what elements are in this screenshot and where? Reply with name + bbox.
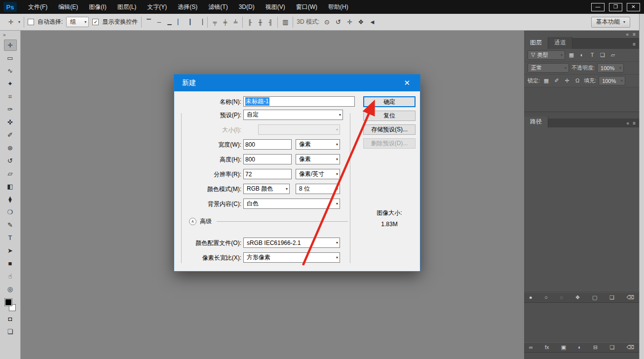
distribute-center-icon[interactable]: ╫ — [257, 19, 264, 25]
align-bottom-icon[interactable]: ▁ — [166, 19, 173, 25]
gradient-tool[interactable]: ◧ — [4, 181, 17, 192]
background-dropdown[interactable]: 白色 ▾ — [243, 199, 340, 209]
selection-from-path-icon[interactable]: ◌ — [560, 295, 563, 300]
filter-pixel-icon[interactable]: ▦ — [568, 52, 575, 58]
screen-mode-button[interactable]: ❏ — [4, 326, 17, 337]
blur-tool[interactable]: ⧫ — [4, 194, 17, 205]
rectangular-marquee-tool[interactable]: ▭ — [4, 52, 17, 64]
dock-menu-icon[interactable]: ≡ — [633, 32, 636, 37]
minimize-button[interactable]: — — [591, 3, 605, 11]
eraser-tool[interactable]: ▱ — [4, 168, 17, 179]
new-layer-icon[interactable]: ❏ — [609, 345, 614, 350]
distribute-right-icon[interactable]: ╢ — [267, 19, 274, 25]
tab-paths[interactable]: 路径 — [524, 117, 548, 127]
distribute-middle-icon[interactable]: ╪ — [222, 19, 228, 25]
mask-from-path-icon[interactable]: ▢ — [592, 295, 597, 300]
align-top-icon[interactable]: ▔ — [145, 19, 152, 25]
auto-select-dropdown[interactable]: 组 ▾ — [66, 17, 89, 27]
stroke-path-icon[interactable]: ○ — [544, 295, 548, 300]
menu-3d[interactable]: 3D(D) — [233, 0, 260, 14]
close-button[interactable]: ✕ — [627, 3, 640, 11]
layer-filter-dropdown[interactable]: ▽类型 ▾ — [528, 50, 565, 60]
color-mode-dropdown[interactable]: RGB 颜色 ▾ — [243, 184, 290, 194]
hand-tool[interactable]: ☝ — [4, 271, 17, 282]
blend-mode-dropdown[interactable]: 正常 ▾ — [528, 63, 569, 73]
3d-scale-icon[interactable]: ◄ — [368, 18, 376, 26]
menu-layer[interactable]: 图层(L) — [112, 0, 142, 14]
path-selection-tool[interactable]: ➤ — [4, 245, 17, 256]
quick-selection-tool[interactable]: ✦ — [4, 78, 17, 89]
filter-type-icon[interactable]: T — [588, 52, 596, 58]
lock-transparent-icon[interactable]: ▦ — [542, 78, 550, 83]
adjustment-layer-icon[interactable]: ◐ — [578, 345, 581, 350]
resolution-unit-dropdown[interactable]: 像素/英寸 ▾ — [296, 169, 340, 179]
eyedropper-tool[interactable]: ✑ — [4, 104, 17, 115]
workspace-switcher-button[interactable]: 基本功能 ▾ — [591, 17, 630, 28]
distribute-left-icon[interactable]: ╟ — [246, 19, 253, 25]
pixel-aspect-dropdown[interactable]: 方形像素 ▾ — [243, 252, 340, 263]
pen-tool[interactable]: ✎ — [4, 219, 17, 231]
foreground-color-swatch[interactable] — [5, 299, 12, 306]
maximize-button[interactable]: ❐ — [609, 3, 622, 11]
reset-button[interactable]: 复位 — [363, 111, 416, 121]
type-tool[interactable]: T — [4, 232, 17, 243]
bit-depth-dropdown[interactable]: 8 位 ▾ — [296, 184, 340, 194]
move-tool-preview-icon[interactable]: ✛ — [7, 18, 15, 26]
lock-position-icon[interactable]: ✛ — [563, 78, 571, 83]
opacity-dropdown[interactable]: 100% ▾ — [597, 63, 624, 73]
crop-tool[interactable]: ⌗ — [4, 91, 17, 102]
menu-image[interactable]: 图像(I) — [83, 0, 112, 14]
dialog-close-icon[interactable]: ✕ — [402, 79, 412, 87]
chevron-down-icon[interactable]: ▾ — [18, 20, 20, 24]
menu-view[interactable]: 视图(V) — [260, 0, 291, 14]
align-left-icon[interactable]: ▏ — [176, 19, 183, 25]
new-path-icon[interactable]: ❏ — [609, 295, 614, 300]
menu-edit[interactable]: 编辑(E) — [53, 0, 83, 14]
menu-file[interactable]: 文件(F) — [23, 0, 53, 14]
layer-style-icon[interactable]: fx — [545, 345, 549, 350]
width-input[interactable]: 800 — [243, 139, 292, 150]
distribute-bottom-icon[interactable]: ╧ — [232, 19, 239, 25]
3d-slide-icon[interactable]: ❖ — [357, 18, 365, 26]
lock-pixels-icon[interactable]: ✐ — [553, 78, 561, 83]
history-brush-tool[interactable]: ↺ — [4, 155, 17, 166]
clone-stamp-tool[interactable]: ⊛ — [4, 142, 17, 154]
collapse-tools-icon[interactable]: » — [0, 31, 20, 38]
save-preset-button[interactable]: 存储预设(S)... — [363, 124, 416, 135]
layer-group-icon[interactable]: ⊟ — [593, 345, 598, 350]
align-middle-icon[interactable]: ─ — [155, 19, 162, 25]
layer-mask-icon[interactable]: ▣ — [561, 345, 566, 350]
filter-shape-icon[interactable]: ❏ — [599, 52, 606, 58]
lock-all-icon[interactable]: Ω — [573, 78, 581, 83]
menu-window[interactable]: 窗口(W) — [291, 0, 323, 14]
3d-drag-icon[interactable]: ✛ — [345, 18, 353, 26]
panel-menu-icon[interactable]: ≡ — [633, 120, 636, 126]
align-right-icon[interactable]: ▕ — [197, 19, 204, 25]
auto-select-checkbox[interactable] — [28, 19, 34, 25]
fill-dropdown[interactable]: 100% ▾ — [599, 76, 625, 85]
height-unit-dropdown[interactable]: 像素 ▾ — [296, 154, 340, 164]
zoom-tool[interactable]: ◎ — [4, 283, 17, 295]
link-layers-icon[interactable]: ∞ — [529, 345, 533, 350]
menu-help[interactable]: 帮助(H) — [323, 0, 354, 14]
healing-brush-tool[interactable]: ✜ — [4, 117, 17, 128]
tab-layers[interactable]: 图层 — [524, 37, 548, 49]
move-tool[interactable]: ✛ — [4, 40, 17, 51]
brush-tool[interactable]: ✐ — [4, 129, 17, 141]
grid-options-icon[interactable]: ▥ — [281, 18, 289, 26]
menu-filter[interactable]: 滤镜(T) — [203, 0, 233, 14]
filter-smartobject-icon[interactable]: ▱ — [609, 52, 617, 58]
work-path-from-selection-icon[interactable]: ❖ — [575, 295, 580, 300]
menu-select[interactable]: 选择(S) — [172, 0, 203, 14]
tab-channels[interactable]: 通道 — [548, 37, 572, 49]
collapse-panels-icon[interactable]: « — [627, 120, 630, 126]
ok-button[interactable]: 确定 — [363, 96, 416, 107]
color-profile-dropdown[interactable]: sRGB IEC61966-2.1 ▾ — [243, 238, 340, 248]
distribute-top-icon[interactable]: ╤ — [211, 19, 218, 25]
lasso-tool[interactable]: ∿ — [4, 65, 17, 77]
preset-dropdown[interactable]: 自定 ▾ — [243, 110, 343, 120]
quick-mask-button[interactable]: ◘ — [4, 313, 17, 324]
filter-adjustment-icon[interactable]: ◐ — [578, 52, 586, 58]
panel-menu-icon[interactable]: ≡ — [633, 41, 636, 47]
show-transform-checkbox[interactable]: ✓ — [92, 19, 99, 25]
